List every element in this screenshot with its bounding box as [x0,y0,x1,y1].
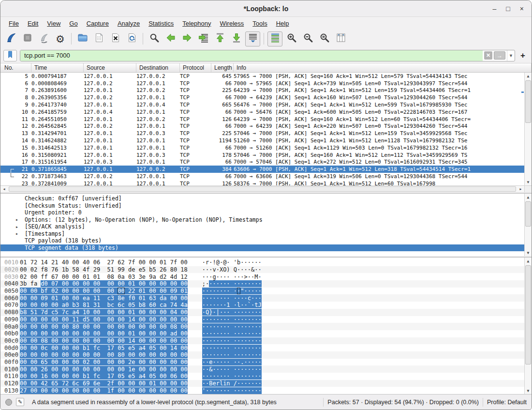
packet-row-16[interactable]: 160.315080921127.0.0.1127.0.0.3TCP178570… [0,152,532,159]
menu-item-go[interactable]: Go [65,19,82,28]
hex-row[interactable]: 002000 02 f8 76 1b 58 4f 29 51 99 de e5 … [0,266,532,273]
packet-row-13[interactable]: 130.314294701127.0.0.1127.0.0.3TCP225570… [0,130,532,137]
vscroll-thumb[interactable] [525,80,531,123]
hex-row[interactable]: 006000 00 09 01 00 00 ea 11 c3 8e f0 01 … [0,294,532,302]
packet-row-17[interactable]: 170.315161954127.0.0.3127.0.0.1TCP667000… [0,159,532,166]
hex-row[interactable]: 001001 72 14 21 40 00 40 06 27 62 7f 00 … [0,259,532,266]
open-file-button[interactable] [75,31,90,46]
scroll-down-arrow-icon[interactable]: ▼ [525,249,532,256]
colorize-button[interactable] [267,31,282,46]
hex-row[interactable]: 009000 00 00 00 00 11 d5 00 00 00 14 00 … [0,316,532,323]
packet-row-5[interactable]: 50.000794187127.0.0.1127.0.0.2TCP6455796… [0,73,532,80]
scroll-up-arrow-icon[interactable]: ▲ [525,258,532,264]
packet-row-15[interactable]: 150.314642513127.0.0.1127.0.0.1TCP667000… [0,144,532,152]
profile-label[interactable]: Profile: Default [487,399,527,406]
column-header-time[interactable]: Time [31,63,84,72]
menu-item-capture[interactable]: Capture [82,19,113,28]
filter-add-button[interactable]: + [518,51,528,61]
hex-row[interactable]: 00c000 00 08 00 00 00 00 00 00 00 14 00 … [0,337,532,345]
display-filter-input[interactable] [20,50,483,61]
go-forward-button[interactable] [179,31,194,46]
packet-list-vscrollbar[interactable]: ▲ ▼ [524,73,532,185]
scroll-right-arrow-icon[interactable]: ▸ [517,186,524,192]
hex-row[interactable]: 003002 00 ff 67 00 00 01 01 08 0a 03 3e … [0,273,532,280]
hex-row[interactable]: 00f000 00 65 00 00 00 02 00 00 00 2e 00 … [0,359,532,366]
packet-row-8[interactable]: 80.263905356127.0.0.2127.0.0.1TCP667000 … [0,94,532,101]
menu-item-statistics[interactable]: Statistics [144,19,178,28]
packet-row-6[interactable]: 60.000808469127.0.0.2127.0.0.1TCP667000 … [0,80,532,87]
scroll-up-arrow-icon[interactable]: ▲ [525,73,532,79]
expert-info-icon[interactable] [5,399,12,406]
go-first-packet-button[interactable] [212,31,227,46]
column-header-info[interactable]: Info [234,63,532,72]
menu-item-view[interactable]: View [43,19,65,28]
save-file-button[interactable] [91,31,106,46]
packet-row-11[interactable]: 110.264551050127.0.0.1127.0.0.2TCP126642… [0,116,532,123]
filter-apply-icon[interactable]: → [494,51,505,60]
zoom-in-button[interactable] [284,31,299,46]
vscroll-thumb[interactable] [525,201,531,227]
hex-row[interactable]: 005000 00 bf 02 00 00 00 00 00 00 22 01 … [0,288,532,295]
packet-row-12[interactable]: 120.264562845127.0.0.2127.0.0.1TCP667000… [0,123,532,130]
hex-row[interactable]: 00b000 00 00 00 00 00 00 00 00 00 01 00 … [0,330,532,337]
detail-row[interactable]: Checksum: 0xff67 [unverified] [0,195,532,202]
packet-row-10[interactable]: 100.264185759127.0.0.4127.0.0.1TCP667000… [0,108,532,116]
filter-dropdown-icon[interactable]: ▼ [507,50,515,61]
resize-columns-button[interactable] [333,31,348,46]
hscroll-thumb[interactable] [9,186,516,192]
filter-bookmark-button[interactable] [3,50,17,61]
hex-row[interactable]: 007000 00 00 00 a0 b3 81 31 bc 6c 05 b8 … [0,302,532,309]
packet-row-21[interactable]: 210.371865845127.0.0.1127.0.0.2TCP384636… [0,166,532,173]
stop-capture-button[interactable] [20,31,35,46]
packet-row-7[interactable]: 70.263891600127.0.0.1127.0.0.2TCP2256423… [0,87,532,94]
detail-row[interactable]: ▸[SEQ/ACK analysis] [0,223,532,230]
expander-icon[interactable]: ▸ [15,231,18,236]
hex-row[interactable]: 00403b fa d0 07 00 00 00 00 00 00 01 00 … [0,280,532,288]
go-last-packet-button[interactable] [229,31,244,46]
hex-row[interactable]: 010000 00 26 00 00 00 00 00 00 00 1e 00 … [0,365,532,373]
menu-item-analyze[interactable]: Analyze [113,19,144,28]
detail-row[interactable]: TCP payload (318 bytes) [0,237,532,244]
hex-row[interactable]: 00e000 00 00 00 00 00 00 00 00 80 00 00 … [0,351,532,359]
packet-row-23[interactable]: 230.372841009127.0.0.1127.0.0.1TCP126583… [0,180,532,185]
close-file-button[interactable] [108,31,123,46]
expander-icon[interactable]: ▸ [15,224,18,229]
hex-row[interactable]: 00a000 00 00 00 00 80 00 00 00 00 00 00 … [0,323,532,330]
column-header-destination[interactable]: Destination [136,63,180,72]
menu-item-telephony[interactable]: Telephony [178,19,215,28]
column-header-no[interactable]: No. [0,63,31,72]
auto-scroll-button[interactable] [245,31,260,46]
hex-row[interactable]: 00d000 00 0c 00 00 00 b1 fc 17 05 e5 a4 … [0,344,532,351]
zoom-original-button[interactable] [317,31,332,46]
filter-clear-icon[interactable]: ✕ [484,51,492,60]
menu-item-edit[interactable]: Edit [23,19,43,28]
hex-row[interactable]: 011000 00 16 00 00 00 b1 fc 17 05 e5 a4 … [0,373,532,380]
packet-row-22[interactable]: 220.371873463127.0.0.2127.0.0.1TCP667000… [0,173,532,180]
minimize-button[interactable]: – [493,5,497,12]
find-packet-button[interactable] [147,31,162,46]
column-header-length[interactable]: Length [211,63,234,72]
detail-row[interactable]: [Checksum Status: Unverified] [0,202,532,210]
reload-button[interactable] [124,31,139,46]
column-header-protocol[interactable]: Protocol [180,63,211,72]
detail-row[interactable]: ▸[Timestamps] [0,230,532,238]
details-vscrollbar[interactable]: ▲ ▼ [524,194,532,256]
zoom-out-button[interactable] [300,31,315,46]
menu-item-help[interactable]: Help [272,19,294,28]
capture-options-button[interactable]: ⚙ [53,31,68,46]
menu-item-file[interactable]: File [4,19,23,28]
detail-row[interactable]: ▸Options: (12 bytes), No-Operation (NOP)… [0,216,532,224]
vscroll-thumb[interactable] [525,265,531,364]
packet-row-14[interactable]: 140.314624882127.0.0.1127.0.0.1TCP119451… [0,137,532,144]
hex-row[interactable]: 0080b8 51 7d c5 7c a4 10 00 00 00 01 00 … [0,309,532,316]
restart-capture-button[interactable] [36,31,51,46]
detail-row[interactable]: Urgent pointer: 0 [0,209,532,216]
scroll-down-arrow-icon[interactable]: ▼ [525,387,532,394]
menu-item-wireless[interactable]: Wireless [215,19,248,28]
maximize-button[interactable]: □ [506,5,510,12]
go-back-button[interactable] [163,31,178,46]
go-to-packet-button[interactable] [196,31,211,46]
bytes-vscrollbar[interactable]: ▲ ▼ [524,258,532,394]
scroll-down-arrow-icon[interactable]: ▼ [525,179,532,185]
packet-row-9[interactable]: 90.264173740127.0.0.1127.0.0.4TCP6655647… [0,101,532,108]
